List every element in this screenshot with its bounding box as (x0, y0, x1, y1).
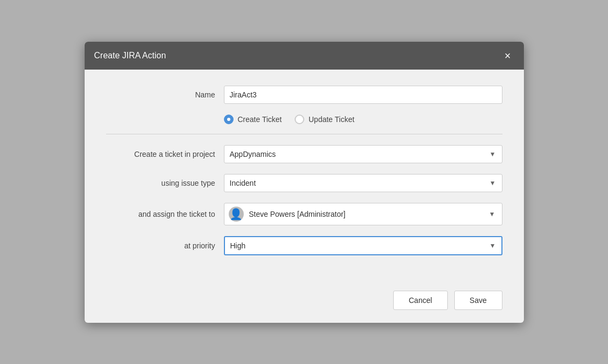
priority-label: at priority (106, 241, 224, 250)
avatar-icon: 👤 (229, 208, 243, 221)
update-ticket-label: Update Ticket (309, 115, 355, 124)
project-select[interactable]: AppDynamics (224, 145, 502, 163)
assignee-label: and assign the ticket to (106, 210, 224, 218)
priority-row: at priority High ▼ (106, 236, 502, 255)
name-input-area (224, 86, 502, 104)
radio-row: Create Ticket Update Ticket (224, 115, 502, 124)
issue-type-select-area: Incident ▼ (224, 174, 502, 192)
name-input[interactable] (224, 86, 502, 104)
update-ticket-radio[interactable] (295, 115, 304, 124)
project-select-wrapper: AppDynamics ▼ (224, 145, 502, 163)
issue-type-row: using issue type Incident ▼ (106, 174, 502, 192)
create-ticket-option[interactable]: Create Ticket (224, 115, 282, 124)
radio-group-area: Create Ticket Update Ticket (224, 115, 502, 124)
assignee-dropdown-icon: ▼ (489, 210, 496, 218)
issue-type-select-wrapper: Incident ▼ (224, 174, 502, 192)
divider (106, 134, 502, 134)
name-label: Name (106, 90, 224, 99)
create-ticket-radio[interactable] (224, 115, 234, 124)
assignee-name: Steve Powers [Administrator] (249, 210, 346, 218)
dialog-body: Name Create Ticket Update Ticket (85, 70, 524, 282)
priority-select-wrapper: High ▼ (224, 236, 502, 255)
dialog-header: Create JIRA Action × (85, 42, 524, 70)
project-select-area: AppDynamics ▼ (224, 145, 502, 163)
name-row: Name (106, 86, 502, 104)
priority-select[interactable]: High (224, 236, 502, 255)
create-ticket-label: Create Ticket (238, 115, 282, 124)
cancel-button[interactable]: Cancel (393, 291, 448, 310)
dialog-footer: Cancel Save (85, 282, 524, 323)
overlay: Create JIRA Action × Name Create Ticket (0, 0, 608, 364)
close-button[interactable]: × (501, 49, 514, 62)
issue-type-label: using issue type (106, 179, 224, 187)
project-row: Create a ticket in project AppDynamics ▼ (106, 145, 502, 163)
avatar: 👤 (229, 207, 244, 222)
ticket-type-radio-group: Create Ticket Update Ticket (224, 115, 502, 124)
assignee-row: and assign the ticket to 👤 Steve Powers … (106, 203, 502, 225)
assignee-select-area: 👤 Steve Powers [Administrator] ▼ (224, 203, 502, 225)
project-label: Create a ticket in project (106, 150, 224, 158)
issue-type-select[interactable]: Incident (224, 174, 502, 192)
dialog-title: Create JIRA Action (94, 51, 166, 60)
assignee-select[interactable]: 👤 Steve Powers [Administrator] ▼ (224, 203, 502, 225)
dialog: Create JIRA Action × Name Create Ticket (85, 42, 524, 323)
save-button[interactable]: Save (454, 291, 502, 310)
update-ticket-option[interactable]: Update Ticket (295, 115, 355, 124)
priority-select-area: High ▼ (224, 236, 502, 255)
